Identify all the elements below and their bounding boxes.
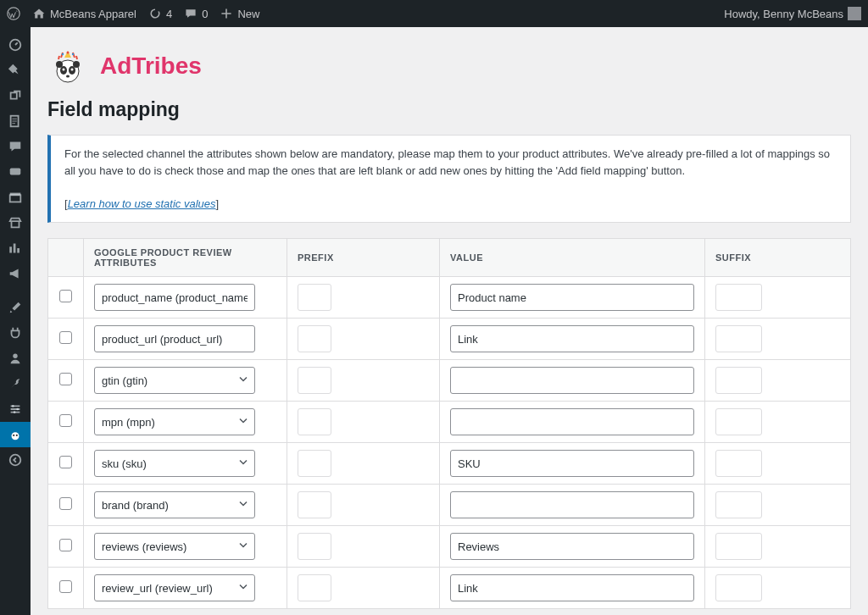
svg-point-9 [14, 411, 16, 413]
suffix-input[interactable] [715, 450, 762, 477]
value-select[interactable]: Link [450, 574, 694, 601]
suffix-input[interactable] [715, 574, 762, 601]
value-select[interactable] [450, 408, 694, 435]
sidebar-item-tools[interactable] [0, 371, 31, 396]
megaphone-icon [8, 266, 23, 281]
admin-bar-right: Howdy, Benny McBeans [724, 7, 861, 20]
sidebar-item-adtribes[interactable] [0, 422, 31, 447]
attribute-input[interactable] [94, 284, 255, 311]
prefix-input[interactable] [298, 450, 331, 477]
value-input[interactable] [450, 284, 694, 311]
svg-point-18 [56, 61, 63, 68]
sidebar-item-settings[interactable] [0, 396, 31, 422]
suffix-input[interactable] [715, 408, 762, 435]
comments-link[interactable]: 0 [184, 7, 208, 20]
refresh-link[interactable]: 4 [148, 7, 172, 20]
comment-icon [184, 7, 198, 20]
sidebar-item-media[interactable] [0, 83, 31, 108]
value-select[interactable] [450, 491, 694, 518]
value-select[interactable] [450, 367, 694, 394]
table-row: review_url (review_url)Link [48, 568, 851, 609]
media-icon [8, 88, 23, 103]
attribute-select[interactable]: mpn (mpn) [94, 408, 255, 435]
row-checkbox[interactable] [59, 456, 72, 468]
prefix-input[interactable] [298, 533, 331, 560]
sidebar-item-megaphone[interactable] [0, 261, 31, 286]
table-row: mpn (mpn) [48, 402, 851, 443]
plus-icon [220, 7, 233, 20]
store-icon [8, 215, 23, 230]
row-checkbox[interactable] [59, 497, 72, 510]
sidebar-item-woo[interactable] [0, 159, 31, 185]
sidebar-item-analytics[interactable] [0, 235, 31, 261]
row-checkbox[interactable] [59, 331, 72, 344]
attribute-value: gtin (gtin) [102, 374, 147, 387]
site-link[interactable]: McBeans Apparel [32, 7, 136, 20]
main-content: AdTribes Field mapping For the selected … [31, 27, 868, 615]
sidebar-separator [0, 286, 31, 295]
sidebar-item-pages[interactable] [0, 108, 31, 134]
attribute-select[interactable]: reviews (reviews) [94, 533, 255, 560]
collapse-icon [8, 452, 23, 468]
account-link[interactable]: Howdy, Benny McBeans [724, 7, 861, 20]
row-checkbox[interactable] [59, 539, 72, 551]
attribute-select[interactable]: review_url (review_url) [94, 574, 255, 601]
notice-link[interactable]: Learn how to use static values [68, 197, 216, 210]
info-notice: For the selected channel the attributes … [47, 135, 851, 223]
svg-rect-4 [10, 195, 21, 202]
suffix-input[interactable] [715, 284, 762, 311]
suffix-input[interactable] [715, 533, 762, 560]
value-select[interactable]: SKU [450, 450, 694, 477]
svg-point-8 [16, 408, 19, 411]
value-input[interactable] [450, 325, 694, 352]
attribute-input[interactable] [94, 325, 255, 352]
row-checkbox[interactable] [59, 290, 72, 302]
dashboard-icon [8, 37, 23, 53]
prefix-input[interactable] [298, 491, 331, 518]
brand-row: AdTribes [47, 46, 851, 86]
value-selected: Link [458, 582, 478, 595]
suffix-input[interactable] [715, 325, 762, 352]
row-checkbox[interactable] [59, 580, 72, 593]
value-select[interactable]: Reviews [450, 533, 694, 560]
svg-point-22 [63, 69, 65, 71]
sidebar-item-dashboard[interactable] [0, 32, 31, 58]
sidebar-item-users[interactable] [0, 346, 31, 371]
sidebar-item-posts[interactable] [0, 58, 31, 83]
attribute-value: brand (brand) [102, 499, 169, 512]
row-checkbox[interactable] [59, 373, 72, 385]
attribute-value: reviews (reviews) [102, 540, 186, 553]
attribute-select[interactable]: gtin (gtin) [94, 367, 255, 394]
sidebar-item-collapse[interactable] [0, 447, 31, 473]
row-checkbox[interactable] [59, 414, 72, 427]
update-icon [148, 7, 162, 20]
sidebar-item-marketing[interactable] [0, 210, 31, 235]
svg-rect-5 [10, 193, 21, 196]
prefix-input[interactable] [298, 367, 331, 394]
sliders-icon [8, 402, 23, 417]
new-link[interactable]: New [220, 7, 259, 20]
prefix-input[interactable] [298, 574, 331, 601]
prefix-input[interactable] [298, 284, 331, 311]
wp-logo[interactable] [7, 7, 20, 20]
prefix-input[interactable] [298, 408, 331, 435]
svg-rect-3 [10, 169, 21, 175]
suffix-input[interactable] [715, 491, 762, 518]
archive-icon [8, 190, 23, 205]
sidebar-item-plugins[interactable] [0, 320, 31, 346]
sidebar-item-products[interactable] [0, 185, 31, 210]
wrench-icon [8, 376, 23, 391]
suffix-input[interactable] [715, 367, 762, 394]
pin-icon [8, 63, 23, 78]
prefix-input[interactable] [298, 325, 331, 352]
attribute-select[interactable]: brand (brand) [94, 491, 255, 518]
wordpress-icon [7, 7, 20, 20]
woo-icon [8, 164, 23, 180]
svg-point-24 [66, 75, 70, 78]
notice-text: For the selected channel the attributes … [64, 147, 830, 177]
sidebar-item-appearance[interactable] [0, 295, 31, 320]
attribute-select[interactable]: sku (sku) [94, 450, 255, 477]
sidebar-item-comments[interactable] [0, 134, 31, 159]
brush-icon [8, 300, 23, 315]
user-icon [8, 351, 23, 366]
